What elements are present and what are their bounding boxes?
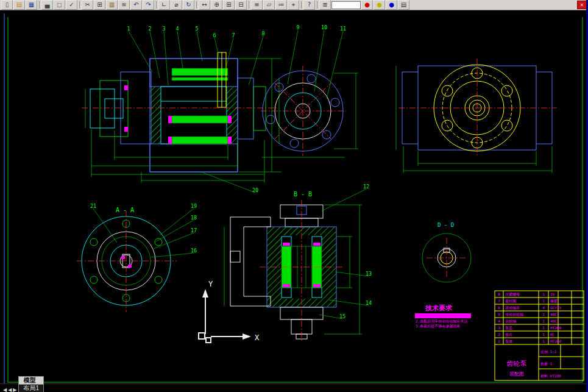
callout-number: 6 (213, 32, 216, 38)
titleblock-field: 比例 1:1 (540, 349, 557, 354)
tech-requirements-title: 技术要求 (425, 304, 453, 312)
callout-leader (214, 38, 219, 59)
area-icon[interactable]: ▱ (263, 0, 275, 10)
callout-number: 15 (339, 313, 345, 319)
tab-nav-arrow[interactable]: ◀ (2, 387, 7, 392)
bom-cell: 滚动轴承 (505, 305, 520, 310)
match-properties-icon[interactable]: ≋ (118, 0, 130, 10)
tab-items: 模型布局1布局2 (18, 376, 44, 392)
bom-cell: HT200 (550, 326, 561, 330)
pan-icon[interactable]: ↔ (199, 0, 210, 10)
color-blue-icon[interactable]: ● (386, 0, 397, 10)
tab-nav-arrow[interactable]: ▶ (12, 387, 17, 392)
locate-point-icon[interactable]: ⌖ (288, 0, 299, 10)
ucs-x-label: X (255, 333, 260, 342)
undo-icon[interactable]: ↶ (130, 0, 142, 10)
section-aa-label: A - A (116, 207, 134, 213)
print-icon[interactable]: ▄ (41, 0, 53, 10)
measure-icon[interactable]: ≡ (251, 0, 263, 10)
callout-leader (150, 31, 160, 78)
bom-cell: 1 (542, 299, 545, 303)
bom-cell: HT200 (550, 339, 561, 343)
toolbar-close-button[interactable]: × (577, 1, 587, 9)
callout-number: 16 (191, 248, 197, 254)
cut-icon[interactable]: ✂ (82, 0, 93, 10)
print-preview-icon[interactable]: ◻ (54, 0, 65, 10)
callout-number: 20 (252, 187, 258, 193)
callout-leader (224, 38, 233, 76)
redraw-icon[interactable]: ↻ (183, 0, 194, 10)
toolbar-separator (196, 1, 197, 9)
open-icon[interactable]: ▤ (13, 0, 25, 10)
color-yellow-icon[interactable]: ● (374, 0, 385, 10)
bom-cell: 密封圈 (505, 299, 516, 304)
layer-control[interactable] (331, 1, 361, 9)
bom-cell: 1 (542, 319, 545, 323)
section-dd-label: D - D (437, 222, 454, 228)
callout-number: 19 (191, 203, 197, 209)
layers-icon[interactable]: ≣ (319, 0, 331, 10)
save-icon[interactable]: ▦ (26, 0, 37, 10)
toolbar-items: ▯▤▦▄◻✓✂⊞▥≋↶↷∟⌀↻↔⊕⊞⊟≡▱≔⌖?≣●●●▤ (1, 0, 409, 10)
bom-cell: 橡胶 (550, 299, 558, 304)
bom-cell: 1 (542, 339, 545, 343)
callout-number: 12 (363, 184, 369, 190)
callout-leader (201, 172, 255, 193)
bom-cell: 压紧螺母 (505, 292, 520, 297)
callout-leader (160, 208, 194, 235)
bom-cell: 泵盖 (505, 326, 512, 330)
tech-line: 3.各密封处不得有渗漏现象 (416, 324, 460, 329)
callout-number: 11 (340, 26, 346, 32)
bom-cell: 8 (498, 292, 500, 296)
callout-number: 7 (232, 32, 235, 38)
redo-icon[interactable]: ↷ (143, 0, 154, 10)
bom-cell: 40Cr (550, 312, 559, 316)
title-block: 齿轮泵 装配图 8压紧螺母1357密封圈1橡胶6滚动轴承4GCr155传动齿轮轴… (495, 291, 584, 380)
distance-icon[interactable]: ⌀ (171, 0, 182, 10)
copy-icon[interactable]: ⊞ (94, 0, 105, 10)
color-red-icon[interactable]: ● (361, 0, 373, 10)
spelling-icon[interactable]: ✓ (66, 0, 77, 10)
section-bb-label: B - B (294, 191, 312, 198)
callout-leader (93, 208, 117, 243)
ucs-icon: Y X (199, 280, 260, 343)
bom-cell: 1 (498, 339, 500, 343)
toolbar-separator (156, 1, 157, 9)
callout-number: 21 (90, 203, 96, 209)
callout-number: 2 (148, 26, 151, 32)
properties-icon[interactable]: ▤ (398, 0, 409, 10)
tech-line: 1.进入装配的零件须清洗干净 (416, 314, 464, 319)
titleblock-subtitle: 装配图 (509, 371, 524, 377)
titleblock-field: 数量 1 (540, 362, 553, 366)
ucs-icon[interactable]: ∟ (158, 0, 170, 10)
bom-cell: 6 (498, 305, 500, 310)
titleblock-title: 齿轮泵 (506, 360, 527, 368)
bom-cell: 1 (542, 326, 545, 330)
callout-leader (314, 30, 324, 91)
tab-布局1[interactable]: 布局1 (18, 384, 44, 392)
drawing-canvas[interactable]: A - A B - B (0, 10, 588, 383)
new-icon[interactable]: ▯ (1, 0, 13, 10)
list-icon[interactable]: ≔ (275, 0, 287, 10)
zoom-realtime-icon[interactable]: ⊕ (211, 0, 222, 10)
callout-leader (154, 233, 194, 249)
paste-icon[interactable]: ▥ (106, 0, 118, 10)
callout-leader (249, 36, 263, 85)
bom-cell: 垫片 (505, 332, 512, 337)
callout-number: 17 (191, 227, 197, 233)
bom-cell: 1 (542, 292, 545, 296)
callout-number: 13 (366, 271, 372, 277)
help-icon[interactable]: ? (303, 0, 315, 10)
tab-模型[interactable]: 模型 (18, 376, 44, 384)
callout-number: 8 (261, 30, 264, 37)
bom-cell: 1 (542, 332, 545, 337)
bom-cell: 1 (542, 312, 545, 316)
bom-cell: 40Cr (550, 319, 559, 323)
callout-leader (197, 31, 202, 61)
ucs-y-label: Y (208, 280, 213, 288)
zoom-previous-icon[interactable]: ⊟ (235, 0, 247, 10)
callout-number: 18 (191, 215, 197, 221)
callout-leader (335, 272, 369, 276)
zoom-window-icon[interactable]: ⊞ (223, 0, 235, 10)
callout-number: 3 (162, 26, 165, 32)
